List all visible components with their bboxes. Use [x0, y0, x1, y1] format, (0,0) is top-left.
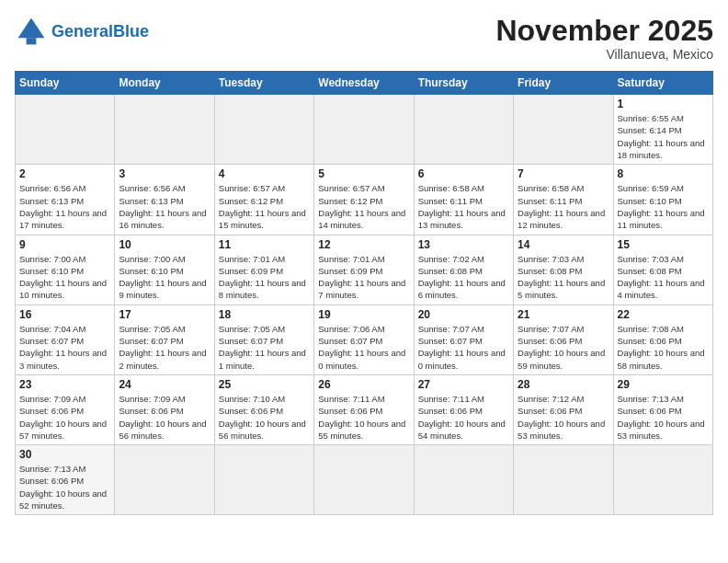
table-row: 26Sunrise: 7:11 AMSunset: 6:06 PMDayligh…: [314, 374, 414, 444]
day-number: 14: [518, 238, 609, 251]
table-row: [115, 445, 214, 515]
day-info: Sunrise: 7:05 AMSunset: 6:07 PMDaylight:…: [219, 323, 310, 372]
day-info: Sunrise: 7:07 AMSunset: 6:07 PMDaylight:…: [418, 323, 509, 372]
day-info: Sunrise: 7:13 AMSunset: 6:06 PMDaylight:…: [618, 393, 709, 442]
table-row: 24Sunrise: 7:09 AMSunset: 6:06 PMDayligh…: [115, 374, 214, 444]
day-info: Sunrise: 6:56 AMSunset: 6:13 PMDaylight:…: [119, 182, 210, 231]
location: Villanueva, Mexico: [495, 47, 713, 62]
day-number: 18: [219, 308, 310, 321]
day-info: Sunrise: 7:13 AMSunset: 6:06 PMDaylight:…: [19, 463, 110, 511]
table-row: [115, 95, 214, 165]
day-number: 5: [318, 167, 409, 180]
table-row: 30Sunrise: 7:13 AMSunset: 6:06 PMDayligh…: [16, 445, 115, 515]
table-row: 19Sunrise: 7:06 AMSunset: 6:07 PMDayligh…: [314, 304, 414, 374]
day-info: Sunrise: 7:01 AMSunset: 6:09 PMDaylight:…: [219, 253, 310, 302]
calendar-table: Sunday Monday Tuesday Wednesday Thursday…: [15, 71, 713, 515]
day-info: Sunrise: 7:05 AMSunset: 6:07 PMDaylight:…: [119, 323, 210, 372]
day-info: Sunrise: 7:00 AMSunset: 6:10 PMDaylight:…: [19, 253, 110, 302]
title-block: November 2025 Villanueva, Mexico: [495, 15, 713, 62]
table-row: [214, 445, 313, 515]
table-row: 25Sunrise: 7:10 AMSunset: 6:06 PMDayligh…: [214, 374, 313, 444]
table-row: 20Sunrise: 7:07 AMSunset: 6:07 PMDayligh…: [414, 304, 513, 374]
col-saturday: Saturday: [613, 72, 712, 95]
table-row: 17Sunrise: 7:05 AMSunset: 6:07 PMDayligh…: [115, 304, 214, 374]
day-number: 11: [219, 238, 310, 251]
day-number: 8: [618, 167, 709, 180]
day-number: 12: [318, 238, 409, 251]
day-info: Sunrise: 7:11 AMSunset: 6:06 PMDaylight:…: [318, 393, 409, 442]
day-number: 17: [119, 308, 210, 321]
col-monday: Monday: [115, 72, 214, 95]
table-row: [514, 95, 613, 165]
day-number: 2: [19, 167, 110, 180]
table-row: 12Sunrise: 7:01 AMSunset: 6:09 PMDayligh…: [314, 235, 414, 304]
svg-rect-1: [27, 38, 37, 44]
table-row: 23Sunrise: 7:09 AMSunset: 6:06 PMDayligh…: [16, 374, 115, 444]
day-number: 21: [518, 308, 609, 321]
header: GeneralBlue November 2025 Villanueva, Me…: [15, 15, 713, 62]
day-info: Sunrise: 7:04 AMSunset: 6:07 PMDaylight:…: [19, 323, 110, 372]
day-info: Sunrise: 7:07 AMSunset: 6:06 PMDaylight:…: [518, 323, 609, 372]
day-number: 27: [418, 378, 509, 391]
day-info: Sunrise: 7:03 AMSunset: 6:08 PMDaylight:…: [518, 253, 609, 302]
table-row: [414, 445, 513, 515]
day-number: 20: [418, 308, 509, 321]
day-info: Sunrise: 6:58 AMSunset: 6:11 PMDaylight:…: [418, 182, 509, 231]
logo-icon: [15, 15, 48, 48]
day-number: 6: [418, 167, 509, 180]
day-info: Sunrise: 7:09 AMSunset: 6:06 PMDaylight:…: [119, 393, 210, 442]
day-info: Sunrise: 6:56 AMSunset: 6:13 PMDaylight:…: [19, 182, 110, 231]
col-sunday: Sunday: [16, 72, 115, 95]
table-row: [514, 445, 613, 515]
day-number: 22: [618, 308, 709, 321]
day-number: 15: [618, 238, 709, 251]
day-number: 13: [418, 238, 509, 251]
table-row: 10Sunrise: 7:00 AMSunset: 6:10 PMDayligh…: [115, 235, 214, 304]
table-row: [613, 445, 712, 515]
table-row: [16, 95, 115, 165]
svg-marker-0: [18, 18, 45, 39]
day-info: Sunrise: 6:57 AMSunset: 6:12 PMDaylight:…: [318, 182, 409, 231]
day-number: 24: [119, 378, 210, 391]
day-info: Sunrise: 7:12 AMSunset: 6:06 PMDaylight:…: [518, 393, 609, 442]
table-row: 2Sunrise: 6:56 AMSunset: 6:13 PMDaylight…: [16, 165, 115, 235]
day-info: Sunrise: 6:57 AMSunset: 6:12 PMDaylight:…: [219, 182, 310, 231]
table-row: [314, 95, 414, 165]
day-info: Sunrise: 7:11 AMSunset: 6:06 PMDaylight:…: [418, 393, 509, 442]
day-number: 16: [19, 308, 110, 321]
table-row: 9Sunrise: 7:00 AMSunset: 6:10 PMDaylight…: [16, 235, 115, 304]
table-row: 8Sunrise: 6:59 AMSunset: 6:10 PMDaylight…: [613, 165, 712, 235]
table-row: 22Sunrise: 7:08 AMSunset: 6:06 PMDayligh…: [613, 304, 712, 374]
day-info: Sunrise: 7:01 AMSunset: 6:09 PMDaylight:…: [318, 253, 409, 302]
day-info: Sunrise: 7:10 AMSunset: 6:06 PMDaylight:…: [219, 393, 310, 442]
table-row: 3Sunrise: 6:56 AMSunset: 6:13 PMDaylight…: [115, 165, 214, 235]
page: GeneralBlue November 2025 Villanueva, Me…: [0, 0, 728, 563]
day-number: 19: [318, 308, 409, 321]
month-title: November 2025: [495, 15, 713, 47]
col-wednesday: Wednesday: [314, 72, 414, 95]
day-number: 3: [119, 167, 210, 180]
table-row: [314, 445, 414, 515]
table-row: 21Sunrise: 7:07 AMSunset: 6:06 PMDayligh…: [514, 304, 613, 374]
calendar-header-row: Sunday Monday Tuesday Wednesday Thursday…: [16, 72, 713, 95]
day-info: Sunrise: 7:08 AMSunset: 6:06 PMDaylight:…: [618, 323, 709, 372]
day-info: Sunrise: 7:06 AMSunset: 6:07 PMDaylight:…: [318, 323, 409, 372]
table-row: 11Sunrise: 7:01 AMSunset: 6:09 PMDayligh…: [214, 235, 313, 304]
day-info: Sunrise: 6:55 AMSunset: 6:14 PMDaylight:…: [618, 112, 709, 161]
day-number: 7: [518, 167, 609, 180]
day-info: Sunrise: 7:02 AMSunset: 6:08 PMDaylight:…: [418, 253, 509, 302]
day-number: 1: [618, 98, 709, 110]
table-row: 28Sunrise: 7:12 AMSunset: 6:06 PMDayligh…: [514, 374, 613, 444]
logo-text: GeneralBlue: [51, 23, 149, 40]
table-row: 5Sunrise: 6:57 AMSunset: 6:12 PMDaylight…: [314, 165, 414, 235]
table-row: 18Sunrise: 7:05 AMSunset: 6:07 PMDayligh…: [214, 304, 313, 374]
table-row: 13Sunrise: 7:02 AMSunset: 6:08 PMDayligh…: [414, 235, 513, 304]
day-number: 10: [119, 238, 210, 251]
table-row: 16Sunrise: 7:04 AMSunset: 6:07 PMDayligh…: [16, 304, 115, 374]
table-row: 6Sunrise: 6:58 AMSunset: 6:11 PMDaylight…: [414, 165, 513, 235]
table-row: 4Sunrise: 6:57 AMSunset: 6:12 PMDaylight…: [214, 165, 313, 235]
col-tuesday: Tuesday: [214, 72, 313, 95]
day-info: Sunrise: 7:00 AMSunset: 6:10 PMDaylight:…: [119, 253, 210, 302]
col-thursday: Thursday: [414, 72, 513, 95]
day-info: Sunrise: 7:03 AMSunset: 6:08 PMDaylight:…: [618, 253, 709, 302]
